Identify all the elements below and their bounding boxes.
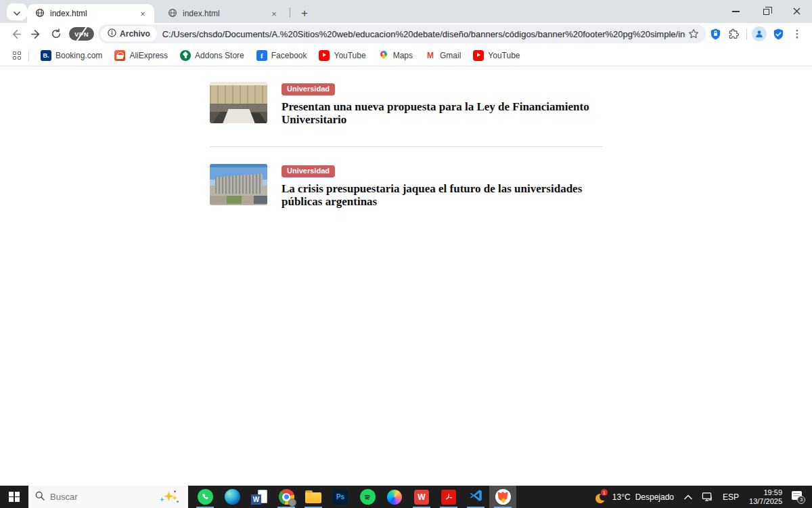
bookmark-gmail[interactable]: M Gmail (419, 47, 467, 64)
tab-strip: index.html × index.html × + (0, 0, 812, 23)
taskbar-file-explorer[interactable] (300, 486, 327, 508)
chevron-down-icon (14, 6, 20, 18)
weather-condition: Despejado (635, 492, 674, 502)
url-text: C:/Users/chsdo/Documents/A.%20Sitios%20w… (162, 29, 685, 39)
start-button[interactable] (0, 486, 28, 508)
system-tray: 1 13°C Despejado ESP 19:59 13/7/2025 3 (589, 486, 812, 508)
window-controls (721, 0, 812, 23)
more-menu-icon: ⋮ (792, 28, 803, 40)
bookmark-facebook[interactable]: f Facebook (250, 47, 313, 64)
taskbar-wps[interactable]: W (408, 486, 435, 508)
bookmark-aliexpress[interactable]: AliExpress (108, 47, 174, 64)
search-input[interactable] (50, 492, 131, 502)
clock-time: 19:59 (749, 488, 782, 497)
avatar (752, 26, 767, 41)
bookmark-youtube-1[interactable]: YouTube (313, 47, 371, 64)
tab-search-button[interactable] (7, 3, 27, 20)
bookmark-addons-store[interactable]: Addons Store (174, 47, 250, 64)
windows-logo-icon (9, 492, 20, 503)
file-explorer-icon (305, 490, 321, 503)
notification-count-badge: 3 (797, 496, 805, 504)
weather-widget[interactable]: 1 13°C Despejado (589, 490, 679, 503)
article-title[interactable]: La crisis presupuestaria jaquea el futur… (281, 183, 593, 208)
bookmark-label: Facebook (271, 51, 307, 60)
forward-button[interactable] (26, 24, 46, 43)
network-display-button[interactable] (697, 486, 718, 508)
vpn-extension-button[interactable]: VPN (69, 27, 94, 41)
taskbar-photoshop[interactable]: Ps (327, 486, 354, 508)
bookmark-youtube-2[interactable]: YouTube (467, 47, 526, 64)
reload-button[interactable] (46, 24, 66, 43)
bookmark-label: Gmail (440, 51, 461, 60)
security-extension-button[interactable] (706, 24, 725, 43)
tab-close-icon[interactable]: × (268, 7, 280, 20)
globe-icon (35, 8, 45, 20)
back-button[interactable] (5, 24, 26, 43)
search-highlights-icon[interactable] (160, 490, 179, 503)
article-card-1[interactable]: Universidad Presentan una nueva propuest… (210, 82, 603, 147)
article-thumbnail-meeting (210, 82, 267, 123)
gmail-icon: M (425, 50, 436, 61)
taskbar-edge[interactable] (219, 486, 246, 508)
bookmark-label: AliExpress (129, 51, 168, 60)
tab-title: index.html (50, 9, 131, 18)
shield-lock-icon (709, 28, 722, 41)
bookmark-label: YouTube (334, 51, 365, 60)
addons-store-icon (180, 50, 191, 61)
article-card-2[interactable]: Universidad La crisis presupuestaria jaq… (210, 147, 603, 208)
apps-grid-button[interactable] (8, 47, 26, 64)
taskbar-copilot[interactable] (381, 486, 408, 508)
taskbar-brave-active[interactable] (489, 486, 516, 508)
article-body: Universidad La crisis presupuestaria jaq… (281, 164, 593, 208)
taskbar-acrobat[interactable] (435, 486, 462, 508)
tab-close-icon[interactable]: × (137, 7, 149, 20)
category-badge: Universidad (281, 83, 335, 96)
safety-check-button[interactable] (769, 24, 788, 43)
profile-button[interactable] (750, 24, 769, 43)
spotify-icon (360, 489, 376, 505)
taskbar-spotify[interactable] (354, 486, 381, 508)
maps-pin-icon (378, 50, 389, 61)
article-thumbnail-building (210, 164, 267, 205)
restore-button[interactable] (751, 0, 782, 23)
notification-center-button[interactable]: 3 (790, 490, 805, 504)
language-indicator[interactable]: ESP (718, 486, 744, 508)
extensions-button[interactable] (725, 24, 744, 43)
whatsapp-icon (198, 489, 213, 505)
aliexpress-icon (114, 50, 125, 61)
taskbar-vscode[interactable] (462, 486, 489, 508)
file-scheme-chip[interactable]: Archivo (101, 26, 157, 41)
new-tab-button[interactable]: + (295, 4, 314, 23)
taskbar-search-box[interactable] (28, 486, 188, 508)
edge-icon (225, 489, 240, 505)
bookmark-booking[interactable]: B. Booking.com (35, 47, 108, 64)
minimize-button[interactable] (721, 0, 751, 23)
chevron-up-icon (684, 494, 692, 500)
apps-grid-icon (13, 51, 21, 60)
taskbar-chrome[interactable] (273, 486, 300, 508)
network-display-icon (702, 492, 713, 502)
youtube-icon (473, 50, 484, 61)
clock-date: 13/7/2025 (749, 497, 782, 506)
article-body: Universidad Presentan una nueva propuest… (281, 82, 593, 126)
bookmark-label: Booking.com (55, 51, 102, 60)
clock-widget[interactable]: 19:59 13/7/2025 (744, 488, 788, 506)
forward-icon (30, 28, 42, 40)
puzzle-icon (728, 28, 740, 40)
taskbar-whatsapp[interactable] (191, 486, 219, 508)
browser-toolbar: VPN Archivo C:/Users/chsdo/Documents/A.%… (0, 23, 812, 45)
taskbar-word[interactable]: W (246, 486, 273, 508)
address-bar[interactable]: Archivo C:/Users/chsdo/Documents/A.%20Si… (98, 24, 706, 43)
tab-index-html-inactive[interactable]: index.html × (160, 4, 286, 23)
minimize-icon (732, 11, 740, 12)
article-title[interactable]: Presentan una nueva propuesta para la Le… (281, 101, 593, 126)
toolbar-divider (746, 28, 747, 40)
acrobat-icon (441, 490, 456, 505)
bookmark-maps[interactable]: Maps (372, 47, 419, 64)
page-content: Universidad Presentan una nueva propuest… (0, 67, 812, 486)
close-button[interactable] (782, 0, 812, 23)
tray-expand-button[interactable] (679, 486, 697, 508)
browser-menu-button[interactable]: ⋮ (788, 24, 807, 43)
tab-index-html-active[interactable]: index.html × (27, 4, 154, 23)
bookmark-star-button[interactable] (685, 26, 702, 42)
